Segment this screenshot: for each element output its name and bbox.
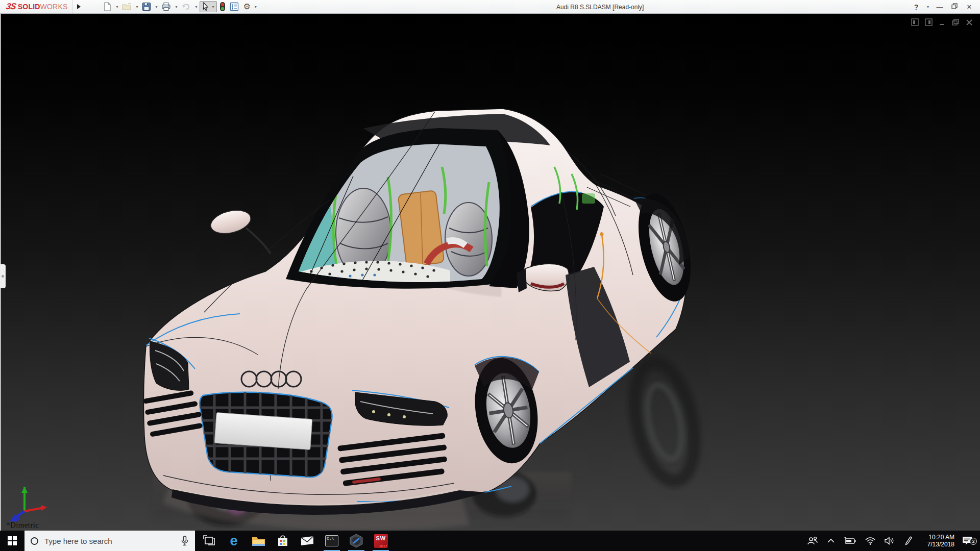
store-icon (277, 535, 289, 547)
open-document-button[interactable] (120, 1, 133, 12)
edge-button[interactable]: e (222, 531, 246, 551)
print-icon (161, 2, 171, 11)
wifi-icon (865, 537, 875, 545)
view-orientation-label: *Dimetric (6, 521, 39, 530)
mail-icon (301, 536, 314, 546)
search-input[interactable] (44, 537, 175, 545)
taskbar-search[interactable] (24, 531, 195, 551)
print-dropdown-caret[interactable]: ▾ (174, 5, 179, 9)
task-view-button[interactable] (197, 531, 222, 551)
undo-arrow-icon (181, 2, 191, 11)
select-tool-button[interactable]: ▾ (200, 1, 217, 12)
options-dropdown-caret[interactable]: ▾ (253, 5, 258, 9)
open-dropdown-caret[interactable]: ▾ (134, 5, 139, 9)
select-dropdown-caret[interactable]: ▾ (210, 5, 215, 9)
rebuild-traffic-light-icon (219, 2, 226, 12)
store-button[interactable] (271, 531, 295, 551)
save-floppy-icon (142, 2, 151, 11)
edge-icon: e (230, 534, 237, 548)
battery-button[interactable] (839, 537, 861, 544)
title-bar: 3S SOLID WORKS ▾ ▾ ▾ ▾ ▾ (0, 0, 980, 14)
notification-badge: 2 (970, 538, 977, 545)
sw-year: 2017 (379, 544, 387, 548)
license-plate (214, 413, 312, 450)
action-center-button[interactable]: 2 (957, 536, 980, 546)
save-button[interactable] (140, 1, 153, 12)
file-explorer-icon (252, 535, 265, 546)
windows-taskbar: e C:\_ SW 2017 (0, 531, 980, 551)
graphics-viewport[interactable]: *Dimetric (0, 14, 980, 531)
mail-button[interactable] (295, 531, 320, 551)
command-prompt-icon: C:\_ (325, 535, 338, 546)
brand-solid: SOLID (18, 3, 40, 11)
file-properties-button[interactable] (228, 1, 240, 12)
help-dropdown-caret[interactable]: ▾ (925, 5, 930, 9)
rebuild-button[interactable] (218, 1, 227, 12)
clock-time: 10:20 AM (920, 534, 954, 541)
hexagon-app-icon (349, 534, 363, 548)
close-button[interactable]: ✕ (964, 3, 975, 11)
microphone-icon[interactable] (181, 536, 189, 546)
brand-works: WORKS (40, 3, 68, 11)
sw-letters: SW (376, 535, 386, 541)
print-button[interactable] (160, 1, 173, 12)
speaker-icon (885, 537, 895, 545)
select-cursor-icon (201, 2, 210, 11)
command-prompt-button[interactable]: C:\_ (320, 531, 344, 551)
restore-icon (951, 3, 958, 9)
task-view-icon (203, 535, 215, 546)
chevron-up-icon (827, 538, 835, 543)
windows-ink-button[interactable] (899, 536, 918, 545)
taskbar-clock[interactable]: 10:20 AM 7/13/2018 (920, 534, 954, 548)
solidworks-taskbar-button[interactable]: SW 2017 (369, 531, 393, 551)
solidworks-logo[interactable]: 3S SOLID WORKS (0, 0, 73, 13)
window-title: Audi R8 S.SLDASM [Read-only] (556, 4, 644, 11)
taskbar-apps: e C:\_ SW 2017 (197, 531, 393, 551)
solidworks-window: 3S SOLID WORKS ▾ ▾ ▾ ▾ ▾ (0, 0, 980, 551)
undo-button[interactable] (180, 1, 192, 12)
people-button[interactable] (802, 536, 823, 545)
system-tray: 10:20 AM 7/13/2018 2 (802, 531, 980, 551)
x-axis-arrow (24, 508, 44, 511)
front-grille (199, 391, 337, 481)
new-dropdown-caret[interactable]: ▾ (114, 5, 119, 9)
windows-logo-icon (8, 536, 17, 545)
pen-icon (904, 536, 913, 545)
battery-icon (844, 537, 856, 544)
help-button[interactable]: ? (911, 3, 922, 11)
options-button[interactable]: ⚙ (241, 1, 252, 12)
tray-overflow-button[interactable] (823, 538, 839, 543)
volume-button[interactable] (880, 537, 899, 545)
new-document-button[interactable] (101, 1, 113, 12)
options-gear-icon: ⚙ (243, 3, 250, 11)
cortana-icon (31, 537, 38, 545)
car-model-render[interactable] (0, 14, 980, 531)
window-controls: ? ▾ — ✕ (911, 0, 975, 14)
hexagon-app-button[interactable] (344, 531, 369, 551)
open-folder-icon (122, 2, 132, 11)
quick-access-toolbar: ▾ ▾ ▾ ▾ ▾ ▾ (101, 1, 258, 12)
menu-flyout-arrow-icon[interactable] (77, 4, 81, 9)
undo-dropdown-caret[interactable]: ▾ (193, 5, 199, 9)
network-button[interactable] (861, 537, 880, 545)
solidworks-2017-icon: SW 2017 (374, 534, 388, 548)
start-button[interactable] (0, 531, 24, 551)
people-icon (807, 536, 818, 545)
restore-button[interactable] (949, 3, 960, 11)
file-properties-icon (230, 2, 239, 11)
new-document-icon (103, 2, 112, 11)
save-dropdown-caret[interactable]: ▾ (154, 5, 159, 9)
minimize-button[interactable]: — (934, 3, 945, 11)
dassault-logo-mark: 3S (5, 2, 16, 12)
clock-date: 7/13/2018 (920, 541, 954, 548)
file-explorer-button[interactable] (246, 531, 271, 551)
